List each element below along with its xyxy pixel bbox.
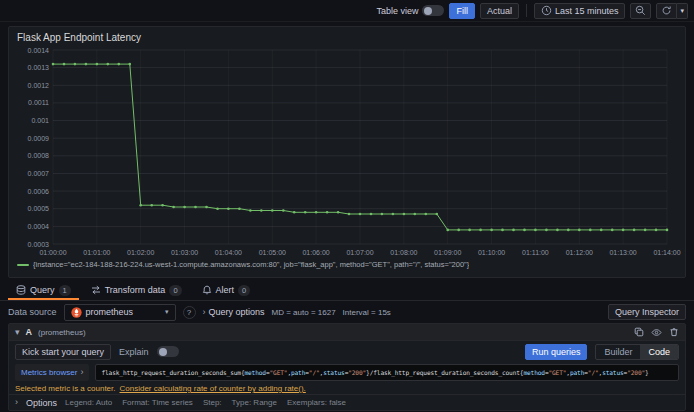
rate-hint-link[interactable]: Consider calculating rate of counter by … [120,384,306,393]
svg-text:0.0003: 0.0003 [28,241,50,248]
table-view-control: Table view [376,5,444,16]
prometheus-icon [71,307,82,318]
svg-text:0.001: 0.001 [31,117,49,124]
query-options-toggle[interactable]: › Query options [203,307,265,317]
datasource-select[interactable]: prometheus ▾ [64,304,176,321]
delete-query-button[interactable] [669,327,679,337]
svg-text:0.0009: 0.0009 [28,135,50,142]
copy-icon [634,327,644,337]
tab-query-label: Query [30,285,55,295]
query-options-row[interactable]: › Options Legend: AutoFormat: Time serie… [9,394,685,410]
panel-editor-topbar: Table view Fill Actual Last 15 minutes ▾ [0,0,694,22]
chevron-down-icon: ▾ [165,308,169,316]
svg-text:0.0013: 0.0013 [28,64,50,71]
builder-mode-button[interactable]: Builder [596,345,640,359]
fill-button[interactable]: Fill [449,3,475,19]
chevron-right-icon: › [80,368,83,377]
svg-text:0.0011: 0.0011 [28,99,49,106]
collapse-query-icon[interactable]: ▾ [15,328,20,337]
explain-toggle[interactable] [157,346,179,357]
option-summary-item: Type: Range [232,398,277,407]
svg-text:0.0005: 0.0005 [28,205,50,212]
editor-mode-switch: Builder Code [595,344,679,360]
eye-icon [651,328,662,337]
svg-text:0.0004: 0.0004 [28,223,50,230]
actual-button[interactable]: Actual [480,3,519,19]
database-icon [16,285,26,295]
table-view-label: Table view [376,6,418,16]
latency-chart[interactable]: 0.00030.00040.00050.00060.00070.00080.00… [17,46,677,258]
alert-count-badge: 0 [238,285,250,296]
option-summary-item: Exemplars: false [287,398,346,407]
datasource-name: prometheus [86,307,134,317]
bell-icon [202,285,212,295]
query-ref-id[interactable]: A [26,327,33,337]
svg-text:01:03:00: 01:03:00 [171,249,198,256]
time-range-picker[interactable]: Last 15 minutes [534,3,626,19]
trash-icon [669,327,679,337]
option-summary-item: Legend: Auto [65,398,112,407]
refresh-control: ▾ [656,3,688,19]
svg-text:01:08:00: 01:08:00 [390,249,417,256]
metrics-browser-button[interactable]: Metrics browser › [15,364,89,381]
tab-alert-label: Alert [216,285,235,295]
query-inspector-button[interactable]: Query Inspector [608,304,686,320]
svg-text:01:04:00: 01:04:00 [215,249,242,256]
max-data-points-summary: MD = auto = 1627 [272,308,336,317]
explain-label: Explain [119,347,149,357]
query-code-row: Metrics browser › flask_http_request_dur… [9,362,685,383]
query-options-items: Legend: AutoFormat: Time seriesStep:Type… [65,398,346,407]
svg-text:0.0014: 0.0014 [28,47,50,54]
tab-query[interactable]: Query 1 [8,282,79,300]
svg-text:01:13:00: 01:13:00 [609,249,636,256]
query-datasource-hint: (prometheus) [38,328,86,337]
transform-count-badge: 0 [169,285,181,296]
panel-flask-latency: Flask App Endpoint Latency 0.00030.00040… [8,26,686,278]
svg-text:0.0008: 0.0008 [28,152,50,159]
duplicate-query-button[interactable] [634,327,644,337]
tab-alert[interactable]: Alert 0 [194,282,259,300]
run-queries-button[interactable]: Run queries [525,344,588,360]
refresh-interval-dropdown[interactable]: ▾ [677,3,688,19]
legend[interactable]: {instance="ec2-184-188-216-224.us-west-1… [17,260,677,269]
counter-warning-text: Selected metric is a counter. [15,384,116,393]
topbar-divider [526,4,527,17]
option-summary-item: Step: [203,398,222,407]
code-mode-button[interactable]: Code [640,345,678,359]
zoom-out-button[interactable] [630,3,651,19]
svg-text:0.0007: 0.0007 [28,170,50,177]
svg-text:01:14:00: 01:14:00 [653,249,680,256]
tab-transform-label: Transform data [105,285,166,295]
promql-expression[interactable]: flask_http_request_duration_seconds_sum{… [95,364,679,381]
svg-text:01:12:00: 01:12:00 [566,249,593,256]
legend-marker [17,264,29,266]
svg-text:0.0006: 0.0006 [28,188,50,195]
metrics-browser-label: Metrics browser [21,368,77,377]
kick-start-button[interactable]: Kick start your query [15,344,111,360]
query-header: ▾ A (prometheus) [9,324,685,341]
refresh-icon [661,5,672,16]
svg-text:01:09:00: 01:09:00 [434,249,461,256]
svg-text:01:00:00: 01:00:00 [39,249,66,256]
hide-query-button[interactable] [651,328,662,337]
query-editor: ▾ A (prometheus) Kick start your quer [8,323,686,411]
time-range-label: Last 15 minutes [555,6,619,16]
svg-text:01:01:00: 01:01:00 [83,249,110,256]
datasource-help-icon[interactable]: ? [183,306,196,319]
options-label: Options [26,398,57,408]
svg-text:01:05:00: 01:05:00 [259,249,286,256]
clock-icon [541,5,552,16]
svg-text:01:06:00: 01:06:00 [302,249,329,256]
chevron-right-icon: › [203,308,206,317]
panel-title[interactable]: Flask App Endpoint Latency [17,30,677,45]
tab-transform[interactable]: Transform data 0 [83,282,190,300]
query-header-actions [634,327,679,337]
refresh-button[interactable] [656,3,677,19]
svg-text:01:02:00: 01:02:00 [127,249,154,256]
editor-tabs: Query 1 Transform data 0 Alert 0 [0,282,694,301]
magnifier-minus-icon [635,5,646,16]
query-options-label: Query options [209,307,265,317]
svg-text:01:10:00: 01:10:00 [478,249,505,256]
table-view-toggle[interactable] [422,5,444,16]
svg-text:0.0012: 0.0012 [28,82,50,89]
